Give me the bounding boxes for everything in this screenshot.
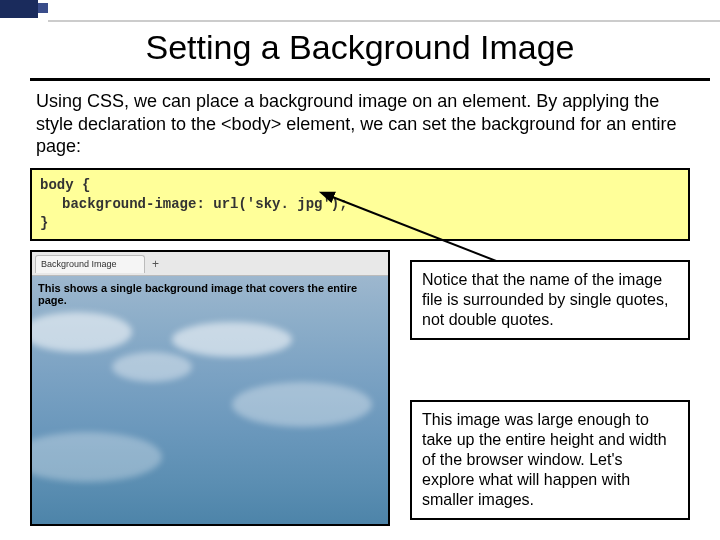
slide-accent-block <box>0 0 38 18</box>
browser-chrome-bar: Background Image + <box>32 252 388 276</box>
preview-caption-text: This shows a single background image tha… <box>38 282 382 306</box>
cloud-shape <box>232 382 372 427</box>
code-line: } <box>40 214 680 233</box>
callout-note-size: This image was large enough to take up t… <box>410 400 690 520</box>
browser-tab: Background Image <box>35 255 145 273</box>
code-example-box: body { background-image: url('sky. jpg')… <box>30 168 690 241</box>
slide-title: Setting a Background Image <box>0 28 720 67</box>
new-tab-icon: + <box>152 257 159 271</box>
callout-note-quotes: Notice that the name of the image file i… <box>410 260 690 340</box>
cloud-shape <box>30 312 132 352</box>
slide-accent-line <box>48 20 720 22</box>
intro-paragraph: Using CSS, we can place a background ima… <box>36 90 690 158</box>
title-underline <box>30 78 710 81</box>
code-line: body { <box>40 176 680 195</box>
cloud-shape <box>112 352 192 382</box>
cloud-shape <box>172 322 292 357</box>
cloud-shape <box>30 432 162 482</box>
browser-preview: Background Image + This shows a single b… <box>30 250 390 526</box>
code-line: background-image: url('sky. jpg'); <box>40 195 680 214</box>
